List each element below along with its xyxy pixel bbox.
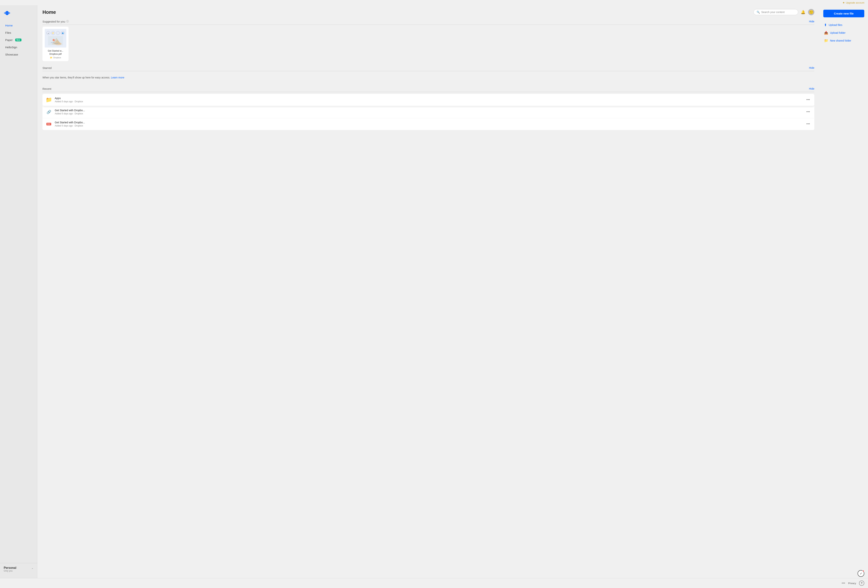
suggested-section: Suggested for you ⓘ Hide ☁ 📁 ↑ — [43, 20, 814, 61]
thumb-icon-1: ☁ — [46, 31, 50, 35]
sidebar-account-section: Personal Only you ⌃ — [0, 563, 37, 575]
footer-help-button[interactable]: ? — [859, 581, 864, 586]
upload-folder-action[interactable]: 📤 Upload folder — [823, 29, 864, 37]
apps-item-meta: Added 5 days ago · Dropbox — [55, 100, 805, 103]
sidebar-item-showcase[interactable]: Showcase — [1, 51, 35, 58]
search-icon: 🔍 — [757, 10, 760, 13]
link-item-icon: 🔗 — [46, 109, 52, 115]
page-title: Home — [43, 9, 56, 15]
suggested-title: Suggested for you ⓘ — [43, 20, 69, 23]
link-more-button[interactable]: ••• — [805, 109, 811, 115]
search-placeholder: Search your content — [761, 10, 785, 13]
sidebar: Home Files Paper New HelloSign Showcase … — [0, 5, 37, 578]
app-body: Home Files Paper New HelloSign Showcase … — [0, 5, 868, 578]
upload-files-action[interactable]: ⬆ Upload files — [823, 21, 864, 29]
main-area: Home 🔍 Search your content 🔔 🙂 Sugg — [37, 5, 868, 578]
mountain-illustration — [48, 36, 63, 45]
sidebar-navigation: Home Files Paper New HelloSign Showcase — [0, 22, 37, 563]
starred-empty-message: When you star items, they'll show up her… — [43, 73, 814, 82]
sidebar-logo[interactable] — [0, 8, 37, 22]
user-avatar[interactable]: 🙂 — [808, 9, 814, 15]
starred-title-label: Starred — [43, 66, 52, 69]
header-actions: 🔍 Search your content 🔔 🙂 — [753, 9, 814, 15]
upload-files-icon: ⬆ — [824, 23, 827, 27]
upload-folder-icon: 📤 — [824, 31, 828, 35]
top-bar: ★ Upgrade account — [0, 0, 868, 5]
recent-item-pdf[interactable]: PDF Get Started with Dropbo... Added 5 d… — [43, 118, 814, 130]
link-item-name: Get Started with Dropbo... — [55, 109, 805, 112]
card-folder-name: Dropbox — [53, 56, 61, 59]
check-notification-dot — [862, 570, 864, 572]
recent-title-label: Recent — [43, 87, 52, 90]
pdf-item-name: Get Started with Dropbo... — [55, 121, 805, 124]
footer-more-button[interactable]: ••• — [841, 581, 845, 585]
footer: ••• Privacy ? — [0, 578, 868, 588]
help-icon: ? — [861, 582, 863, 585]
notifications-button[interactable]: 🔔 — [801, 10, 805, 14]
account-toggle[interactable]: Personal Only you ⌃ — [4, 566, 33, 572]
starred-section-header: Starred Hide — [43, 66, 814, 71]
upgrade-label: Upgrade account — [846, 1, 864, 4]
starred-title: Starred — [43, 66, 52, 69]
learn-more-link[interactable]: Learn more — [111, 76, 124, 79]
link-icon: 🔗 — [47, 110, 51, 114]
starred-hide-button[interactable]: Hide — [809, 66, 814, 69]
pdf-item-info: Get Started with Dropbo... Added 5 days … — [55, 121, 805, 127]
upload-folder-label: Upload folder — [830, 31, 846, 34]
new-shared-folder-icon: 📁 — [824, 38, 828, 43]
starred-section: Starred Hide When you star items, they'l… — [43, 66, 814, 82]
card-thumbnail: ☁ 📁 ↑ 👥 — [45, 29, 66, 47]
suggested-hide-button[interactable]: Hide — [809, 20, 814, 23]
new-shared-folder-label: New shared folder — [830, 39, 851, 42]
star-icon: ★ — [843, 1, 845, 4]
dropbox-logo-icon — [4, 10, 10, 16]
sidebar-item-hellosign[interactable]: HelloSign — [1, 44, 35, 51]
account-info: Personal Only you — [4, 566, 16, 572]
apps-more-button[interactable]: ••• — [805, 97, 811, 102]
content-area: Home 🔍 Search your content 🔔 🙂 Sugg — [37, 5, 819, 578]
upload-files-label: Upload files — [829, 24, 842, 27]
pdf-item-icon: PDF — [46, 121, 52, 127]
sidebar-item-files[interactable]: Files — [1, 29, 35, 36]
link-item-meta: Added 5 days ago · Dropbox — [55, 112, 805, 115]
recent-title: Recent — [43, 87, 52, 90]
pdf-more-button[interactable]: ••• — [805, 121, 811, 127]
recent-item-apps[interactable]: 📁 Apps Added 5 days ago · Dropbox ••• — [43, 94, 814, 106]
footer-privacy-link[interactable]: Privacy — [848, 582, 856, 585]
pdf-item-meta: Added 5 days ago · Dropbox — [55, 124, 805, 127]
check-icon: ✓ — [860, 572, 862, 575]
recent-section-header: Recent Hide — [43, 87, 814, 92]
floating-check-button[interactable]: ✓ — [858, 570, 864, 577]
avatar-emoji: 🙂 — [809, 10, 813, 14]
thumb-icons-row: ☁ 📁 ↑ 👥 — [46, 31, 65, 35]
content-header: Home 🔍 Search your content 🔔 🙂 — [43, 9, 814, 15]
recent-list: 📁 Apps Added 5 days ago · Dropbox ••• 🔗 — [43, 94, 814, 130]
new-shared-folder-action[interactable]: 📁 New shared folder — [823, 37, 864, 44]
account-subtitle: Only you — [4, 570, 16, 572]
recent-section: Recent Hide 📁 Apps Added 5 days ago · Dr… — [43, 87, 814, 130]
upgrade-account-link[interactable]: ★ Upgrade account — [843, 1, 864, 4]
sidebar-item-paper[interactable]: Paper New — [1, 37, 35, 43]
action-list: ⬆ Upload files 📤 Upload folder 📁 New sha… — [823, 21, 864, 44]
recent-hide-button[interactable]: Hide — [809, 87, 814, 90]
thumb-content: ☁ 📁 ↑ 👥 — [45, 29, 66, 47]
sidebar-home-label: Home — [5, 24, 13, 27]
suggested-cards: ☁ 📁 ↑ 👥 — [43, 27, 814, 61]
create-new-file-button[interactable]: Create new file — [823, 10, 864, 17]
thumb-icon-4: 👥 — [61, 31, 65, 35]
paper-new-badge: New — [15, 38, 21, 41]
apps-folder-icon: 📁 — [46, 96, 52, 103]
info-icon[interactable]: ⓘ — [66, 20, 69, 23]
apps-item-name: Apps — [55, 97, 805, 100]
search-bar[interactable]: 🔍 Search your content — [753, 9, 798, 15]
card-folder: 📁 Dropbox — [45, 56, 66, 59]
sidebar-hellosign-label: HelloSign — [5, 46, 17, 49]
sidebar-item-home[interactable]: Home — [1, 22, 35, 29]
sidebar-files-label: Files — [5, 31, 11, 34]
thumb-icon-2: 📁 — [51, 31, 55, 35]
recent-item-link[interactable]: 🔗 Get Started with Dropbo... Added 5 day… — [43, 106, 814, 118]
folder-small-icon: 📁 — [50, 56, 53, 59]
suggested-card-item[interactable]: ☁ 📁 ↑ 👥 — [43, 27, 69, 61]
apps-item-info: Apps Added 5 days ago · Dropbox — [55, 97, 805, 103]
sidebar-paper-label: Paper — [5, 38, 13, 41]
